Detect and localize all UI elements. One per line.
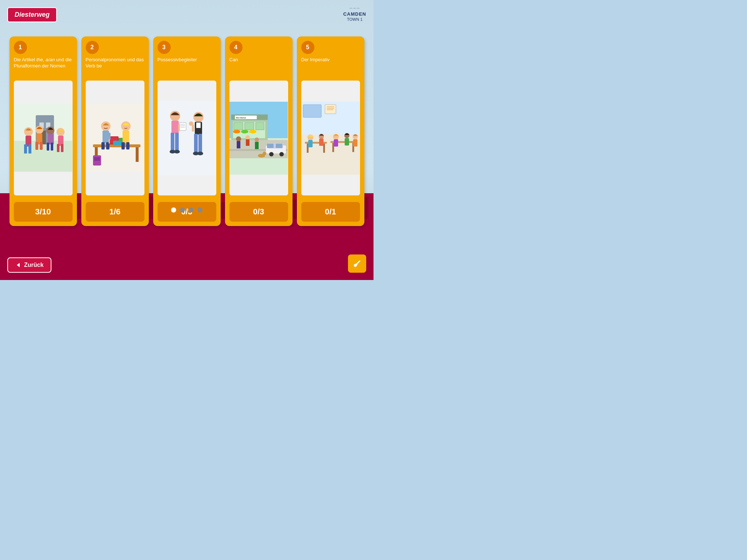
svg-rect-66 bbox=[121, 142, 125, 149]
wrench-icon bbox=[352, 259, 362, 268]
svg-point-108 bbox=[245, 135, 250, 140]
card-4-score: 0/3 bbox=[229, 202, 288, 222]
svg-rect-65 bbox=[123, 131, 129, 143]
card-2-score: 1/6 bbox=[86, 202, 144, 222]
pagination-dot-2[interactable] bbox=[180, 207, 185, 213]
camden-town-logo: ⌒⌒⌒ CAMDEN TOWN 1 bbox=[343, 8, 366, 21]
card-4-image: Mini Market bbox=[229, 81, 288, 195]
pagination-dot-3[interactable] bbox=[189, 207, 194, 213]
svg-rect-57 bbox=[113, 141, 122, 145]
card-1-title: Die Artikel the, a/an und die Pluralform… bbox=[14, 57, 73, 77]
card-5-title: Der Imperativ bbox=[301, 57, 360, 77]
card-3-badge: 3 bbox=[158, 41, 171, 54]
card-3-image bbox=[158, 81, 216, 195]
pagination bbox=[171, 207, 202, 213]
svg-point-114 bbox=[269, 152, 274, 156]
svg-rect-59 bbox=[102, 131, 109, 143]
svg-rect-143 bbox=[353, 139, 357, 147]
arrow-left-icon bbox=[15, 262, 21, 268]
header: Diesterweg ⌒⌒⌒ CAMDEN TOWN 1 bbox=[0, 0, 374, 29]
card-1-image bbox=[14, 81, 73, 195]
card-5[interactable]: 5 Der Imperativ bbox=[297, 36, 364, 226]
svg-point-103 bbox=[249, 130, 256, 133]
svg-rect-74 bbox=[175, 133, 179, 151]
card-5-score: 0/1 bbox=[301, 202, 360, 222]
svg-text:Mini Market: Mini Market bbox=[236, 117, 246, 119]
svg-rect-60 bbox=[101, 142, 105, 149]
svg-rect-123 bbox=[325, 105, 336, 114]
svg-rect-44 bbox=[47, 143, 49, 151]
svg-rect-49 bbox=[61, 144, 63, 152]
town-text: TOWN 1 bbox=[343, 17, 366, 22]
svg-rect-117 bbox=[276, 144, 282, 148]
svg-rect-63 bbox=[109, 139, 110, 144]
pagination-dot-4[interactable] bbox=[197, 207, 202, 213]
svg-rect-37 bbox=[28, 144, 31, 153]
svg-rect-139 bbox=[334, 139, 338, 147]
svg-rect-141 bbox=[345, 138, 349, 145]
card-2-title: Personalpronomen und das Verb be bbox=[86, 57, 144, 77]
svg-point-102 bbox=[241, 130, 248, 133]
svg-point-76 bbox=[174, 150, 180, 153]
svg-rect-107 bbox=[237, 141, 240, 148]
card-4[interactable]: 4 Can Mini Market bbox=[225, 36, 293, 226]
zuruck-button[interactable]: Zurück bbox=[7, 257, 51, 273]
svg-rect-85 bbox=[194, 134, 198, 153]
card-4-title: Can bbox=[229, 57, 288, 77]
svg-rect-67 bbox=[126, 142, 129, 149]
svg-rect-69 bbox=[94, 157, 100, 161]
svg-rect-99 bbox=[245, 122, 254, 130]
svg-marker-144 bbox=[17, 263, 20, 267]
card-1-score: 3/10 bbox=[14, 202, 73, 222]
svg-rect-122 bbox=[303, 105, 321, 117]
svg-point-115 bbox=[279, 152, 284, 156]
svg-rect-45 bbox=[51, 143, 53, 151]
camden-text: CAMDEN bbox=[343, 12, 366, 17]
card-3-title: Possessivbegleiter bbox=[158, 57, 216, 77]
svg-rect-78 bbox=[179, 122, 186, 131]
zuruck-label: Zurück bbox=[24, 262, 43, 268]
svg-rect-70 bbox=[158, 101, 216, 175]
svg-rect-86 bbox=[198, 134, 202, 153]
svg-rect-73 bbox=[171, 133, 174, 151]
svg-rect-116 bbox=[267, 144, 274, 148]
card-4-badge: 4 bbox=[229, 41, 243, 54]
svg-rect-109 bbox=[246, 139, 249, 146]
svg-point-88 bbox=[197, 152, 203, 155]
diesterweg-logo: Diesterweg bbox=[7, 7, 57, 22]
pagination-dot-1[interactable] bbox=[171, 207, 176, 213]
svg-rect-53 bbox=[136, 147, 139, 162]
svg-point-58 bbox=[101, 121, 111, 131]
svg-point-119 bbox=[263, 152, 266, 155]
card-5-badge: 5 bbox=[301, 41, 314, 54]
svg-rect-41 bbox=[40, 142, 43, 150]
svg-rect-40 bbox=[35, 142, 38, 150]
card-2-image bbox=[86, 81, 144, 195]
card-2[interactable]: 2 Personalpronomen und das Verb be bbox=[81, 36, 149, 226]
svg-rect-137 bbox=[319, 139, 324, 146]
card-2-badge: 2 bbox=[86, 41, 99, 54]
cards-container: 1 Die Artikel the, a/an und die Pluralfo… bbox=[7, 36, 366, 226]
svg-rect-62 bbox=[108, 133, 111, 140]
tools-button[interactable] bbox=[348, 254, 366, 273]
svg-rect-84 bbox=[196, 122, 201, 128]
svg-point-64 bbox=[121, 121, 131, 131]
card-1[interactable]: 1 Die Artikel the, a/an und die Pluralfo… bbox=[9, 36, 77, 226]
svg-point-106 bbox=[236, 136, 241, 141]
svg-rect-36 bbox=[24, 144, 27, 153]
svg-point-110 bbox=[255, 137, 259, 142]
card-3[interactable]: 3 Possessivbegleiter bbox=[153, 36, 221, 226]
svg-rect-111 bbox=[255, 142, 259, 149]
svg-point-90 bbox=[189, 121, 193, 126]
svg-rect-98 bbox=[234, 122, 243, 130]
card-1-badge: 1 bbox=[14, 41, 27, 54]
svg-rect-135 bbox=[308, 140, 313, 147]
svg-rect-48 bbox=[57, 144, 59, 152]
card-5-image bbox=[301, 81, 360, 195]
svg-point-101 bbox=[233, 130, 240, 133]
svg-rect-100 bbox=[256, 122, 264, 130]
svg-rect-72 bbox=[171, 121, 179, 133]
